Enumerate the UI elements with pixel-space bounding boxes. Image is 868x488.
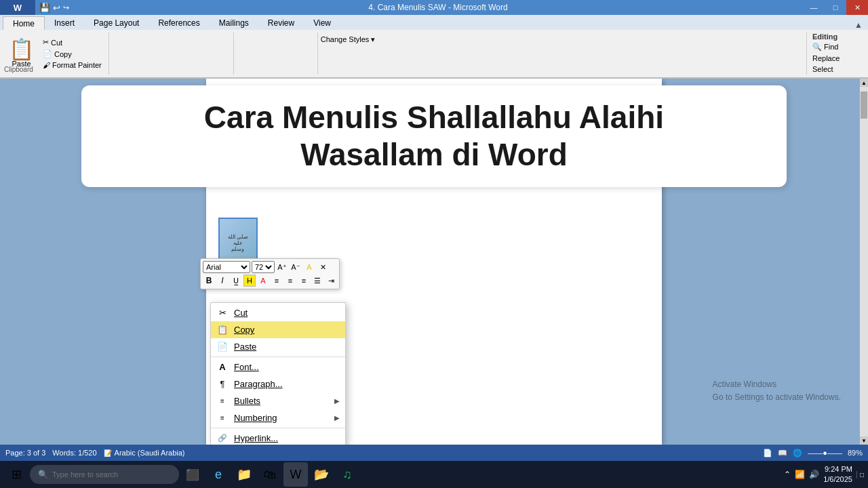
change-styles-button[interactable]: Change Styles ▾ [321,35,376,44]
scrollbar-thumb[interactable] [861,92,867,119]
editing-section: Editing 🔍 Find Replace Select [810,33,864,75]
activate-watermark: Activate Windows Go to Settings to activ… [713,378,841,404]
taskbar-word-icon[interactable]: W [283,462,308,487]
find-button[interactable]: 🔍 Find [812,42,864,52]
align-center-button[interactable]: ≡ [284,274,296,287]
paste-button[interactable]: 📋 Paste [4,37,39,70]
numbering-label: Numbering [234,413,329,423]
scrollbar-down-button[interactable]: ▼ [860,436,868,445]
taskbar-store-icon[interactable]: 🛍 [258,462,282,487]
cut-button[interactable]: ✂Cut [41,37,103,47]
ctx-font[interactable]: A Font... [211,359,345,375]
ctx-paragraph[interactable]: ¶ Paragraph... [211,375,345,392]
numbering-arrow: ▶ [334,414,340,422]
quick-access-toolbar: 💾 ↩ ↪ [35,3,73,13]
bullets-icon: ≡ [216,397,229,405]
ctx-bullets[interactable]: ≡ Bullets ▶ [211,392,345,409]
page-count: Page: 3 of 3 [5,449,45,457]
copy-button[interactable]: 📄Copy [41,49,103,59]
paragraph-icon: ¶ [216,379,229,389]
tab-page-layout[interactable]: Page Layout [84,16,149,30]
mini-toolbar: Arial 72 A⁺ A⁻ A ✕ B I U̲ H A ≡ ≡ ≡ ☰ ⇥ [200,258,340,289]
start-button[interactable]: ⊞ [4,462,28,487]
view-reading-icon[interactable]: 📖 [778,449,787,458]
search-icon: 🔍 [38,470,48,479]
select-button[interactable]: Select [812,64,864,74]
styles-section: Change Styles ▾ [321,33,807,75]
redo-button[interactable]: ↪ [63,3,69,12]
tab-home[interactable]: Home [3,16,45,30]
view-web-icon[interactable]: 🌐 [793,449,802,458]
font-label: Font... [234,362,259,372]
zoom-level: 89% [848,449,863,457]
font-color-button[interactable]: A [257,274,269,287]
show-desktop-button[interactable]: □ [856,471,864,479]
tab-view[interactable]: View [304,16,340,30]
article-title: Cara Menulis Shallallahu Alaihi Wasallam… [102,99,766,174]
save-button[interactable]: 💾 [39,3,50,13]
bold-button[interactable]: B [203,274,215,287]
status-bar: Page: 3 of 3 Words: 1/520 📝 Arabic (Saud… [0,445,868,461]
search-bar[interactable]: 🔍 [30,465,179,484]
ctx-copy[interactable]: 📋 Copy [211,321,345,338]
title-bar-title: 4. Cara Menulis SAW - Microsoft Word [73,3,803,12]
format-painter-button[interactable]: 🖌Format Painter [41,60,103,70]
copy-label: Copy [234,325,254,335]
font-select[interactable]: Arial [203,261,250,273]
font-icon: A [216,362,229,372]
indent-button[interactable]: ⇥ [325,274,337,287]
highlight-color-button[interactable]: A [303,261,315,273]
ribbon-expand-icon[interactable]: ▲ [849,20,868,30]
vertical-scrollbar[interactable]: ▲ ▼ [860,79,868,445]
shrink-font-button[interactable]: A⁻ [290,261,302,273]
taskbar-spotify-icon[interactable]: ♫ [335,462,359,487]
view-normal-icon[interactable]: 📄 [763,449,772,458]
highlight-button[interactable]: H [243,274,256,287]
clipboard-label: Clipboard [4,66,33,73]
size-select[interactable]: 72 [252,261,275,273]
align-left-button[interactable]: ≡ [271,274,283,287]
paste-icon: 📄 [216,342,229,352]
hyperlink-label: Hyperlink... [234,433,278,443]
system-icons[interactable]: ⌃ [784,470,791,479]
paragraph-section [237,33,318,75]
replace-button[interactable]: Replace [812,54,864,63]
taskbar-files-icon[interactable]: 📂 [309,462,334,487]
bullets-label: Bullets [234,396,329,406]
tab-references[interactable]: References [149,16,209,30]
taskbar-explorer-icon[interactable]: 📁 [232,462,256,487]
word-count: Words: 1/520 [52,449,96,457]
clock[interactable]: 9:24 PM 1/6/2025 [823,464,852,485]
paste-label: Paste [234,342,256,352]
scrollbar-up-button[interactable]: ▲ [860,79,868,87]
tab-insert[interactable]: Insert [45,16,84,30]
bullets-arrow: ▶ [334,397,340,405]
minimize-button[interactable]: — [803,0,825,15]
zoom-slider[interactable]: ——●—— [808,449,842,457]
underline-button[interactable]: U̲ [230,274,242,287]
context-menu: ✂ Cut 📋 Copy 📄 Paste A Font... ¶ Paragra… [210,302,346,445]
article-title-overlay: Cara Menulis Shallallahu Alaihi Wasallam… [81,85,787,187]
tab-review[interactable]: Review [258,16,304,30]
search-input[interactable] [52,470,161,479]
volume-icon[interactable]: 🔊 [809,470,819,479]
clear-format-button[interactable]: ✕ [317,261,329,273]
align-right-button[interactable]: ≡ [298,274,310,287]
ctx-numbering[interactable]: ≡ Numbering ▶ [211,409,345,426]
taskbar: ⊞ 🔍 ⬛ e 📁 🛍 W 📂 ♫ ⌃ 📶 🔊 9:24 PM 1/6/2025… [0,461,868,488]
tab-mailings[interactable]: Mailings [210,16,258,30]
undo-button[interactable]: ↩ [53,3,60,13]
task-view-button[interactable]: ⬛ [180,462,205,487]
network-icon[interactable]: 📶 [795,470,805,479]
list-button[interactable]: ☰ [311,274,323,287]
grow-font-button[interactable]: A⁺ [276,261,288,273]
maximize-button[interactable]: □ [825,0,846,15]
hyperlink-icon: 🔗 [216,434,229,443]
italic-button[interactable]: I [216,274,229,287]
ctx-hyperlink[interactable]: 🔗 Hyperlink... [211,430,345,445]
ctx-paste[interactable]: 📄 Paste [211,338,345,355]
close-button[interactable]: ✕ [846,0,868,15]
paragraph-label: Paragraph... [234,379,283,389]
ctx-cut[interactable]: ✂ Cut [211,304,345,321]
taskbar-edge-icon[interactable]: e [206,462,231,487]
